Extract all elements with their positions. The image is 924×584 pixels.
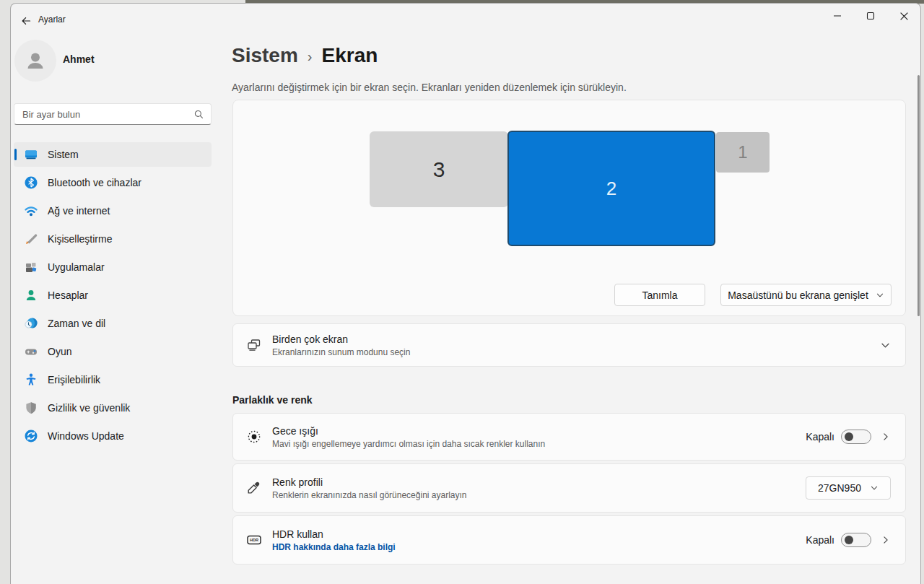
sidebar-item-label: Oyun bbox=[48, 346, 71, 357]
monitor-3[interactable]: 3 bbox=[370, 131, 508, 207]
back-button[interactable] bbox=[15, 11, 37, 31]
hdr-icon: HDR bbox=[245, 531, 263, 549]
sidebar-item-label: Windows Update bbox=[48, 430, 124, 442]
monitor-1-label: 1 bbox=[738, 142, 747, 162]
night-light-subtitle: Mavi ışığı engellemeye yardımcı olması i… bbox=[272, 439, 545, 449]
sidebar-item-gaming[interactable]: Oyun bbox=[14, 339, 212, 364]
display-mode-dropdown[interactable]: Masaüstünü bu ekrana genişlet bbox=[720, 284, 892, 306]
breadcrumb-parent[interactable]: Sistem bbox=[232, 44, 298, 67]
multiple-displays-row[interactable]: Birden çok ekran Ekranlarınızın sunum mo… bbox=[232, 323, 906, 367]
window-controls bbox=[821, 4, 920, 28]
monitor-3-label: 3 bbox=[433, 157, 445, 182]
accounts-icon bbox=[24, 288, 38, 302]
identify-button[interactable]: Tanımla bbox=[614, 284, 705, 306]
chevron-down-icon bbox=[870, 484, 879, 492]
toggle-knob bbox=[845, 536, 853, 544]
settings-window: Ayarlar Ahmet bbox=[10, 3, 921, 584]
chevron-right-icon[interactable] bbox=[881, 535, 891, 545]
search-box bbox=[14, 103, 212, 125]
hdr-title: HDR kullan bbox=[272, 528, 396, 540]
sidebar-item-label: Hesaplar bbox=[48, 289, 88, 301]
apps-icon bbox=[24, 260, 38, 274]
search-input[interactable] bbox=[14, 109, 193, 120]
privacy-icon bbox=[24, 401, 38, 415]
close-button[interactable] bbox=[887, 4, 920, 28]
sidebar-item-personalization[interactable]: Kişiselleştirme bbox=[14, 227, 212, 251]
page-title: Ekran bbox=[322, 44, 378, 67]
sidebar-item-label: Uygulamalar bbox=[48, 261, 105, 273]
close-icon bbox=[899, 12, 909, 21]
sidebar-item-label: Zaman ve dil bbox=[48, 318, 105, 329]
section-title: Parlaklık ve renk bbox=[232, 394, 313, 406]
sidebar-item-accounts[interactable]: Hesaplar bbox=[14, 283, 212, 308]
hdr-status: Kapalı bbox=[806, 534, 834, 546]
hdr-learn-more-link[interactable]: HDR hakkında daha fazla bilgi bbox=[272, 542, 396, 552]
hdr-row[interactable]: HDR HDR kullan HDR hakkında daha fazla b… bbox=[232, 515, 906, 565]
sidebar-item-system[interactable]: Sistem bbox=[14, 142, 212, 167]
sidebar-item-label: Ağ ve internet bbox=[48, 205, 110, 217]
color-profile-icon bbox=[245, 479, 263, 497]
sidebar-item-label: Kişiselleştirme bbox=[48, 233, 112, 245]
search-icon[interactable] bbox=[193, 109, 204, 120]
personalization-icon bbox=[24, 232, 38, 246]
monitor-1[interactable]: 1 bbox=[716, 132, 770, 173]
vertical-scrollbar[interactable] bbox=[918, 75, 920, 316]
selected-accent-bar bbox=[14, 149, 17, 160]
minimize-icon bbox=[833, 12, 842, 20]
maximize-icon bbox=[866, 12, 875, 20]
color-profile-row: Renk profili Renklerin ekranınızda nasıl… bbox=[232, 463, 906, 513]
sidebar-item-label: Erişilebilirlik bbox=[48, 374, 100, 385]
avatar[interactable] bbox=[14, 40, 56, 82]
monitor-2-selected[interactable]: 2 bbox=[507, 131, 715, 246]
sidebar-item-label: Gizlilik ve güvenlik bbox=[48, 402, 130, 414]
sidebar-item-bluetooth[interactable]: Bluetooth ve cihazlar bbox=[14, 170, 212, 195]
multiple-displays-subtitle: Ekranlarınızın sunum modunu seçin bbox=[272, 347, 410, 357]
svg-text:HDR: HDR bbox=[250, 538, 258, 542]
accessibility-icon bbox=[24, 372, 38, 387]
network-icon bbox=[24, 204, 38, 218]
display-arrangement-panel: 3 2 1 Tanımla Masaüstünü bu ekrana geniş… bbox=[232, 100, 906, 316]
back-arrow-icon bbox=[20, 15, 32, 27]
multiple-displays-title: Birden çok ekran bbox=[272, 334, 410, 345]
bluetooth-icon bbox=[24, 175, 38, 190]
windows-update-icon bbox=[24, 429, 38, 443]
monitor-2-label: 2 bbox=[606, 178, 616, 200]
system-icon bbox=[24, 147, 38, 162]
sidebar-item-network[interactable]: Ağ ve internet bbox=[14, 199, 212, 223]
breadcrumb-separator-icon: › bbox=[308, 46, 313, 65]
color-profile-title: Renk profili bbox=[272, 476, 467, 488]
sidebar-item-apps[interactable]: Uygulamalar bbox=[14, 255, 212, 279]
night-light-icon bbox=[245, 428, 263, 445]
color-profile-subtitle: Renklerin ekranınızda nasıl görüneceğini… bbox=[272, 490, 467, 500]
night-light-title: Gece ışığı bbox=[272, 425, 545, 437]
chevron-down-icon bbox=[876, 291, 884, 300]
night-light-row[interactable]: Gece ışığı Mavi ışığı engellemeye yardım… bbox=[232, 413, 906, 461]
sidebar-item-time-language[interactable]: Zaman ve dil bbox=[14, 311, 212, 336]
sidebar-item-windows-update[interactable]: Windows Update bbox=[14, 424, 212, 448]
night-light-status: Kapalı bbox=[806, 431, 834, 443]
display-mode-label: Masaüstünü bu ekrana genişlet bbox=[728, 289, 868, 301]
night-light-toggle[interactable] bbox=[841, 430, 871, 444]
sidebar-item-label: Bluetooth ve cihazlar bbox=[48, 177, 141, 188]
sidebar-item-accessibility[interactable]: Erişilebilirlik bbox=[14, 367, 212, 392]
user-icon bbox=[23, 48, 48, 73]
color-profile-dropdown[interactable]: 27GN950 bbox=[806, 476, 891, 500]
chevron-down-icon[interactable] bbox=[880, 340, 891, 351]
gaming-icon bbox=[24, 344, 38, 359]
multiple-displays-icon bbox=[245, 336, 263, 354]
app-title: Ayarlar bbox=[38, 14, 66, 25]
hdr-toggle[interactable] bbox=[841, 533, 871, 547]
minimize-button[interactable] bbox=[821, 4, 854, 28]
toggle-knob bbox=[845, 432, 853, 441]
maximize-button[interactable] bbox=[854, 4, 887, 28]
sidebar-item-privacy[interactable]: Gizlilik ve güvenlik bbox=[14, 396, 212, 420]
sidebar-item-label: Sistem bbox=[48, 149, 79, 160]
color-profile-value: 27GN950 bbox=[818, 482, 861, 494]
chevron-right-icon[interactable] bbox=[881, 432, 891, 442]
time-language-icon bbox=[24, 316, 38, 331]
user-name: Ahmet bbox=[63, 53, 95, 65]
breadcrumb: Sistem › Ekran bbox=[232, 44, 378, 67]
page-description: Ayarlarını değiştirmek için bir ekran se… bbox=[232, 82, 627, 93]
